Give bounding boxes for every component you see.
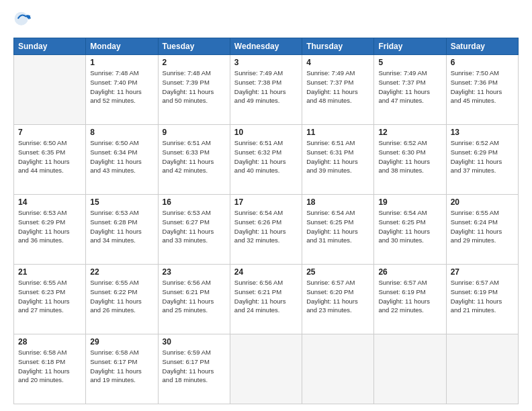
day-info: Sunrise: 6:55 AMSunset: 6:23 PMDaylight:… <box>18 278 81 315</box>
day-number: 15 <box>90 197 153 207</box>
calendar-cell: 15Sunrise: 6:53 AMSunset: 6:28 PMDayligh… <box>86 195 158 265</box>
calendar-cell: 16Sunrise: 6:53 AMSunset: 6:27 PMDayligh… <box>158 195 230 265</box>
day-number: 10 <box>234 128 298 137</box>
day-info: Sunrise: 6:51 AMSunset: 6:33 PMDaylight:… <box>163 138 226 175</box>
calendar-cell: 18Sunrise: 6:54 AMSunset: 6:25 PMDayligh… <box>302 195 374 265</box>
calendar-cell: 26Sunrise: 6:57 AMSunset: 6:19 PMDayligh… <box>374 265 446 334</box>
calendar-cell: 10Sunrise: 6:51 AMSunset: 6:32 PMDayligh… <box>230 125 302 195</box>
calendar-cell: 3Sunrise: 7:49 AMSunset: 7:38 PMDaylight… <box>230 55 302 125</box>
day-info: Sunrise: 7:49 AMSunset: 7:37 PMDaylight:… <box>306 68 369 105</box>
day-number: 5 <box>378 58 441 67</box>
day-number: 22 <box>90 267 153 277</box>
day-number: 23 <box>163 267 226 277</box>
calendar-cell <box>446 334 518 404</box>
day-number: 2 <box>163 58 226 67</box>
day-number: 24 <box>234 267 298 277</box>
weekday-header-wednesday: Wednesday <box>230 38 302 55</box>
day-info: Sunrise: 6:59 AMSunset: 6:17 PMDaylight:… <box>163 348 226 385</box>
day-info: Sunrise: 6:53 AMSunset: 6:29 PMDaylight:… <box>18 208 81 245</box>
weekday-header-thursday: Thursday <box>302 38 374 55</box>
day-number: 13 <box>451 128 514 137</box>
day-number: 8 <box>90 128 153 137</box>
calendar-cell: 7Sunrise: 6:50 AMSunset: 6:35 PMDaylight… <box>14 125 86 195</box>
calendar-cell: 12Sunrise: 6:52 AMSunset: 6:30 PMDayligh… <box>374 125 446 195</box>
calendar-cell: 20Sunrise: 6:55 AMSunset: 6:24 PMDayligh… <box>446 195 518 265</box>
calendar-table: SundayMondayTuesdayWednesdayThursdayFrid… <box>13 38 519 404</box>
day-info: Sunrise: 6:51 AMSunset: 6:31 PMDaylight:… <box>306 138 369 175</box>
calendar-cell <box>14 55 86 125</box>
calendar-cell: 28Sunrise: 6:58 AMSunset: 6:18 PMDayligh… <box>14 334 86 404</box>
calendar-cell: 2Sunrise: 7:48 AMSunset: 7:39 PMDaylight… <box>158 55 230 125</box>
calendar-cell <box>230 334 302 404</box>
day-number: 20 <box>451 197 514 207</box>
calendar-cell: 21Sunrise: 6:55 AMSunset: 6:23 PMDayligh… <box>14 265 86 334</box>
day-info: Sunrise: 6:57 AMSunset: 6:19 PMDaylight:… <box>451 278 514 315</box>
day-number: 27 <box>451 267 514 277</box>
day-number: 29 <box>90 337 153 347</box>
week-row-1: 1Sunrise: 7:48 AMSunset: 7:40 PMDaylight… <box>14 55 519 125</box>
day-info: Sunrise: 7:50 AMSunset: 7:36 PMDaylight:… <box>451 68 514 105</box>
day-number: 11 <box>306 128 369 137</box>
calendar-cell <box>374 334 446 404</box>
day-info: Sunrise: 6:56 AMSunset: 6:21 PMDaylight:… <box>163 278 226 315</box>
day-number: 3 <box>234 58 298 67</box>
calendar-cell: 23Sunrise: 6:56 AMSunset: 6:21 PMDayligh… <box>158 265 230 334</box>
day-info: Sunrise: 6:57 AMSunset: 6:19 PMDaylight:… <box>378 278 441 315</box>
calendar-cell: 27Sunrise: 6:57 AMSunset: 6:19 PMDayligh… <box>446 265 518 334</box>
day-number: 18 <box>306 197 369 207</box>
calendar-cell: 17Sunrise: 6:54 AMSunset: 6:26 PMDayligh… <box>230 195 302 265</box>
logo <box>13 11 36 31</box>
calendar-cell: 8Sunrise: 6:50 AMSunset: 6:34 PMDaylight… <box>86 125 158 195</box>
calendar-cell: 1Sunrise: 7:48 AMSunset: 7:40 PMDaylight… <box>86 55 158 125</box>
day-number: 16 <box>163 197 226 207</box>
day-number: 28 <box>18 337 81 347</box>
calendar-cell: 14Sunrise: 6:53 AMSunset: 6:29 PMDayligh… <box>14 195 86 265</box>
weekday-header-friday: Friday <box>374 38 446 55</box>
day-number: 19 <box>378 197 441 207</box>
weekday-header-tuesday: Tuesday <box>158 38 230 55</box>
day-info: Sunrise: 6:54 AMSunset: 6:26 PMDaylight:… <box>234 208 298 245</box>
day-info: Sunrise: 6:54 AMSunset: 6:25 PMDaylight:… <box>306 208 369 245</box>
day-number: 14 <box>18 197 81 207</box>
weekday-header-sunday: Sunday <box>14 38 86 55</box>
weekday-header-monday: Monday <box>86 38 158 55</box>
calendar-cell: 5Sunrise: 7:49 AMSunset: 7:37 PMDaylight… <box>374 55 446 125</box>
calendar-cell: 9Sunrise: 6:51 AMSunset: 6:33 PMDaylight… <box>158 125 230 195</box>
calendar-cell: 13Sunrise: 6:52 AMSunset: 6:29 PMDayligh… <box>446 125 518 195</box>
day-info: Sunrise: 6:50 AMSunset: 6:35 PMDaylight:… <box>18 138 81 175</box>
day-number: 25 <box>306 267 369 277</box>
calendar-cell: 25Sunrise: 6:57 AMSunset: 6:20 PMDayligh… <box>302 265 374 334</box>
day-number: 4 <box>306 58 369 67</box>
day-number: 7 <box>18 128 81 137</box>
day-info: Sunrise: 7:48 AMSunset: 7:40 PMDaylight:… <box>90 68 153 105</box>
day-info: Sunrise: 6:58 AMSunset: 6:18 PMDaylight:… <box>18 348 81 385</box>
header <box>13 11 519 31</box>
calendar-cell <box>302 334 374 404</box>
day-info: Sunrise: 6:56 AMSunset: 6:21 PMDaylight:… <box>234 278 298 315</box>
week-row-5: 28Sunrise: 6:58 AMSunset: 6:18 PMDayligh… <box>14 334 519 404</box>
week-row-4: 21Sunrise: 6:55 AMSunset: 6:23 PMDayligh… <box>14 265 519 334</box>
calendar-cell: 22Sunrise: 6:55 AMSunset: 6:22 PMDayligh… <box>86 265 158 334</box>
day-info: Sunrise: 6:53 AMSunset: 6:28 PMDaylight:… <box>90 208 153 245</box>
day-number: 1 <box>90 58 153 67</box>
calendar-cell: 11Sunrise: 6:51 AMSunset: 6:31 PMDayligh… <box>302 125 374 195</box>
day-info: Sunrise: 7:48 AMSunset: 7:39 PMDaylight:… <box>163 68 226 105</box>
day-info: Sunrise: 6:58 AMSunset: 6:17 PMDaylight:… <box>90 348 153 385</box>
day-number: 30 <box>163 337 226 347</box>
day-info: Sunrise: 6:54 AMSunset: 6:25 PMDaylight:… <box>378 208 441 245</box>
day-number: 26 <box>378 267 441 277</box>
day-info: Sunrise: 6:52 AMSunset: 6:29 PMDaylight:… <box>451 138 514 175</box>
week-row-3: 14Sunrise: 6:53 AMSunset: 6:29 PMDayligh… <box>14 195 519 265</box>
svg-point-0 <box>15 12 28 26</box>
weekday-header-row: SundayMondayTuesdayWednesdayThursdayFrid… <box>14 38 519 55</box>
day-number: 6 <box>451 58 514 67</box>
day-info: Sunrise: 6:51 AMSunset: 6:32 PMDaylight:… <box>234 138 298 175</box>
calendar-cell: 29Sunrise: 6:58 AMSunset: 6:17 PMDayligh… <box>86 334 158 404</box>
day-info: Sunrise: 6:52 AMSunset: 6:30 PMDaylight:… <box>378 138 441 175</box>
day-number: 21 <box>18 267 81 277</box>
day-info: Sunrise: 6:50 AMSunset: 6:34 PMDaylight:… <box>90 138 153 175</box>
day-number: 17 <box>234 197 298 207</box>
day-info: Sunrise: 7:49 AMSunset: 7:37 PMDaylight:… <box>378 68 441 105</box>
calendar-cell: 24Sunrise: 6:56 AMSunset: 6:21 PMDayligh… <box>230 265 302 334</box>
day-info: Sunrise: 6:57 AMSunset: 6:20 PMDaylight:… <box>306 278 369 315</box>
